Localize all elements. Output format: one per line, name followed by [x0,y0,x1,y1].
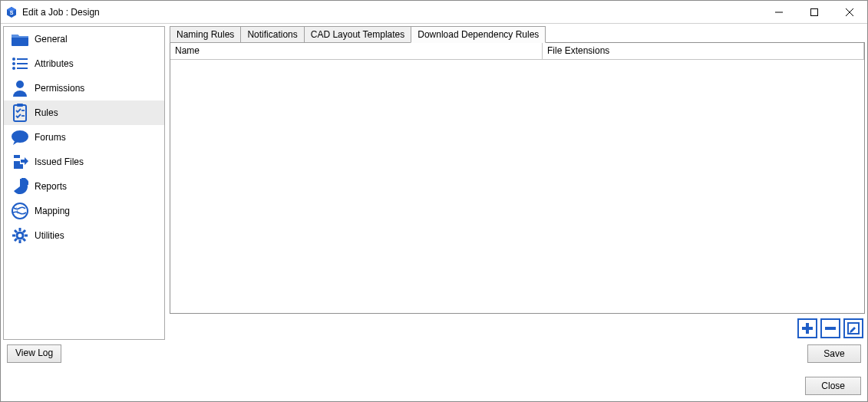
button-label: View Log [15,348,53,358]
sidebar-label: Issued Files [35,157,84,167]
tab-label: Naming Rules [177,29,234,40]
svg-text:S: S [10,10,14,15]
tab-download-dependency-rules[interactable]: Download Dependency Rules [411,26,546,43]
user-icon [10,78,30,98]
pie-chart-icon [10,176,30,196]
svg-rect-31 [825,327,836,330]
gear-icon [10,226,30,245]
window-title: Edit a Job : Design [22,7,761,18]
sidebar-label: General [35,34,68,44]
tab-label: CAD Layout Templates [311,29,405,40]
svg-point-9 [12,62,15,65]
remove-button[interactable] [820,318,840,338]
sidebar-label: Reports [35,181,67,192]
sidebar-item-rules[interactable]: Rules [4,100,164,125]
tab-label: Notifications [247,29,297,40]
sidebar-item-utilities[interactable]: Utilities [4,223,164,248]
sidebar-item-forums[interactable]: Forums [4,125,164,150]
clipboard-icon [10,103,30,123]
svg-point-11 [12,67,15,70]
sidebar-label: Forums [35,132,66,143]
sidebar-item-issued-files[interactable]: Issued Files [4,150,164,174]
svg-line-28 [15,239,17,241]
svg-rect-30 [802,327,813,330]
folder-icon [10,29,30,49]
maximize-button[interactable] [797,1,832,24]
export-icon [10,152,30,172]
minimize-button[interactable] [761,1,797,24]
sidebar-item-reports[interactable]: Reports [4,174,164,199]
sidebar: General Attributes [3,26,165,340]
rules-table: Name File Extensions [170,42,865,314]
sidebar-item-mapping[interactable]: Mapping [4,199,164,223]
close-button[interactable]: Close [805,377,861,395]
svg-point-19 [12,203,28,219]
svg-line-27 [23,230,25,232]
tab-notifications[interactable]: Notifications [240,26,304,43]
add-button[interactable] [797,318,817,338]
button-label: Save [823,348,844,359]
svg-rect-12 [17,68,28,69]
svg-rect-8 [17,58,28,60]
svg-point-18 [12,130,28,143]
svg-point-13 [16,81,24,88]
tab-bar: Naming Rules Notifications CAD Layout Te… [170,26,865,43]
sidebar-item-general[interactable]: General [4,27,164,51]
app-icon: S [5,6,18,18]
list-icon [10,54,30,74]
sidebar-label: Rules [35,107,58,118]
edit-button[interactable] [843,318,863,338]
tab-naming-rules[interactable]: Naming Rules [170,26,241,43]
svg-point-7 [12,58,15,61]
svg-rect-4 [811,8,818,15]
sidebar-label: Mapping [35,206,70,216]
globe-icon [10,201,30,221]
sidebar-label: Permissions [35,83,84,94]
view-log-button[interactable]: View Log [7,344,61,363]
chat-icon [10,127,30,147]
svg-line-26 [23,239,25,241]
svg-point-20 [17,232,23,239]
close-window-button[interactable] [832,1,867,24]
button-label: Close [821,381,845,391]
title-bar: S Edit a Job : Design [1,1,867,24]
save-button[interactable]: Save [807,344,861,363]
sidebar-item-permissions[interactable]: Permissions [4,76,164,100]
svg-line-25 [15,230,17,232]
sidebar-label: Utilities [35,230,64,241]
svg-rect-14 [14,105,26,121]
sidebar-label: Attributes [35,58,74,69]
tab-cad-layout-templates[interactable]: CAD Layout Templates [304,26,412,43]
tab-label: Download Dependency Rules [417,29,539,40]
sidebar-item-attributes[interactable]: Attributes [4,51,164,76]
svg-rect-15 [17,104,23,107]
svg-rect-10 [17,63,28,64]
column-header-file-extensions[interactable]: File Extensions [543,43,864,59]
table-body-empty [170,60,864,313]
column-header-name[interactable]: Name [170,43,543,59]
